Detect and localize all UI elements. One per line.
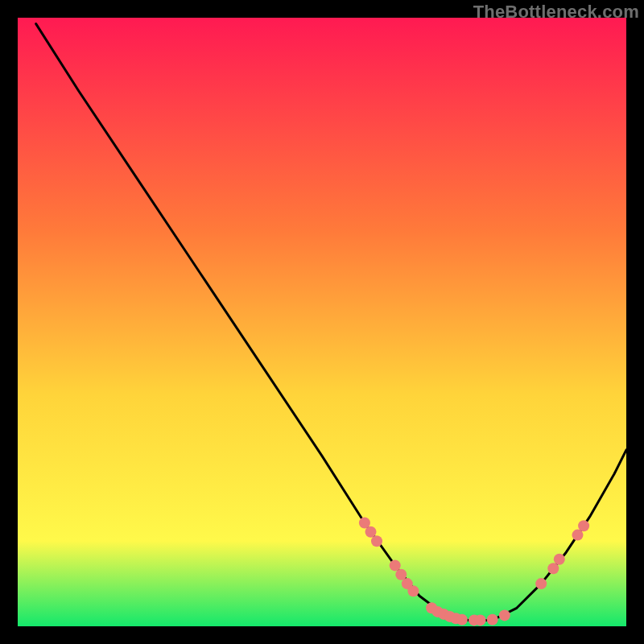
marker-dot [487, 614, 498, 625]
marker-dot [554, 554, 565, 565]
marker-dot [407, 585, 419, 597]
marker-dot [456, 614, 468, 625]
marker-dot [475, 614, 486, 625]
marker-dot [365, 526, 377, 538]
gradient-background [18, 18, 626, 626]
bottleneck-chart [18, 18, 626, 626]
marker-dot [499, 609, 510, 621]
marker-dot [395, 569, 407, 580]
marker-dot [547, 563, 559, 574]
watermark-label: TheBottleneck.com [473, 2, 639, 23]
marker-dot [371, 535, 382, 547]
marker-dot [535, 578, 547, 589]
chart-frame [18, 18, 626, 626]
marker-dot [578, 520, 589, 531]
